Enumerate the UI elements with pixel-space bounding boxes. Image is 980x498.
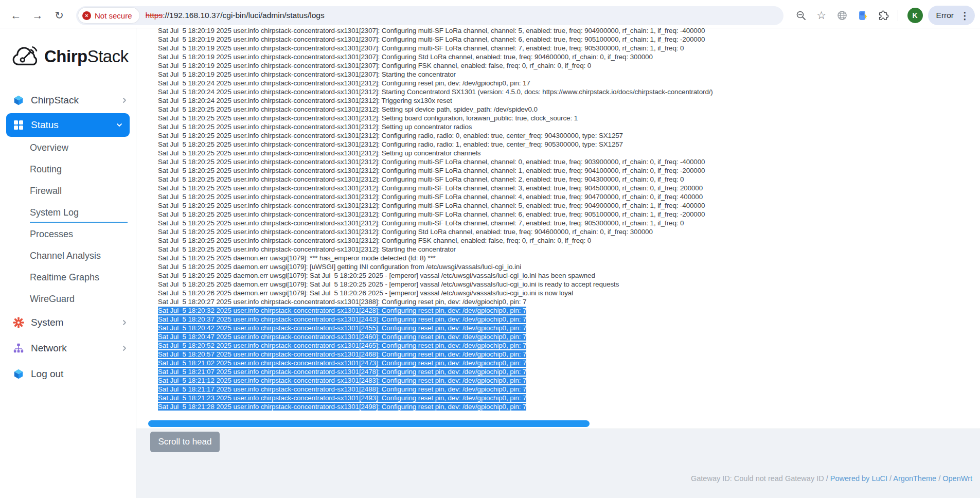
log-line: Sat Jul 5 18:20:25 2025 daemon.err uwsgi… — [158, 262, 713, 271]
robot-extension-icon[interactable] — [855, 8, 870, 23]
sidebar-item-status[interactable]: Status — [6, 113, 130, 137]
log-line: Sat Jul 5 18:21:23 2025 user.info chirps… — [158, 394, 713, 402]
log-line: Sat Jul 5 18:20:32 2025 user.info chirps… — [158, 306, 713, 315]
not-secure-chip[interactable]: × Not secure — [78, 8, 139, 23]
chevron-right-icon — [121, 97, 128, 103]
cube-icon — [12, 94, 25, 106]
log-line: Sat Jul 5 18:20:25 2025 user.info chirps… — [158, 131, 713, 140]
url-rest: ://192.168.10.37/cgi-bin/luci/admin/stat… — [163, 11, 325, 20]
browser-menu-icon[interactable]: ⋮ — [960, 10, 970, 22]
gateway-id-status: Gateway ID: Could not read Gateway ID — [691, 474, 824, 483]
log-line: Sat Jul 5 18:20:19 2025 user.info chirps… — [158, 35, 713, 44]
bookmark-star-icon[interactable]: ☆ — [814, 8, 829, 23]
log-line: Sat Jul 5 18:20:57 2025 user.info chirps… — [158, 350, 713, 359]
system-log[interactable]: Sat Jul 5 18:20:19 2025 user.info chirps… — [158, 28, 713, 411]
log-line: Sat Jul 5 18:21:12 2025 user.info chirps… — [158, 376, 713, 385]
log-line: Sat Jul 5 18:21:17 2025 user.info chirps… — [158, 385, 713, 394]
log-line: Sat Jul 5 18:20:25 2025 user.info chirps… — [158, 122, 713, 131]
log-line: Sat Jul 5 18:20:19 2025 user.info chirps… — [158, 44, 713, 52]
url-scheme-struck: https — [146, 11, 163, 20]
browser-toolbar: ← → ↻ × Not secure https://192.168.10.37… — [0, 0, 980, 28]
log-line: Sat Jul 5 18:20:25 2025 user.info chirps… — [158, 192, 713, 201]
zoom-out-icon[interactable] — [793, 8, 809, 23]
error-button[interactable]: Error ⋮ — [928, 6, 975, 25]
sidebar-item-system[interactable]: System — [0, 310, 136, 335]
log-line: Sat Jul 5 18:20:24 2025 user.info chirps… — [158, 96, 713, 105]
log-line: Sat Jul 5 18:20:25 2025 user.info chirps… — [158, 227, 713, 236]
bottom-zone: Scroll to head Gateway ID: Could not rea… — [136, 429, 980, 498]
log-line: Sat Jul 5 18:20:25 2025 user.info chirps… — [158, 184, 713, 192]
log-line: Sat Jul 5 18:20:25 2025 user.info chirps… — [158, 140, 713, 149]
chevron-right-icon — [121, 345, 128, 351]
cube-icon — [12, 368, 25, 380]
log-line: Sat Jul 5 18:20:19 2025 user.info chirps… — [158, 70, 713, 79]
not-secure-icon: × — [82, 11, 91, 20]
footer-link-luci[interactable]: Powered by LuCI — [830, 474, 887, 483]
brand-name: ChirpStack — [44, 47, 129, 66]
sidebar-item-network[interactable]: Network — [0, 335, 136, 361]
log-line: Sat Jul 5 18:20:47 2025 user.info chirps… — [158, 332, 713, 341]
log-line: Sat Jul 5 18:20:25 2025 daemon.err uwsgi… — [158, 280, 713, 289]
chirpstack-cloud-icon — [11, 45, 41, 68]
address-bar[interactable]: × Not secure https://192.168.10.37/cgi-b… — [76, 6, 783, 25]
log-line: Sat Jul 5 18:21:02 2025 user.info chirps… — [158, 359, 713, 367]
log-line: Sat Jul 5 18:20:37 2025 user.info chirps… — [158, 315, 713, 324]
sidebar-subitem[interactable]: Processes — [0, 223, 136, 245]
status-submenu: OverviewRoutingFirewallSystem LogProcess… — [0, 137, 136, 310]
sidebar-subitem[interactable]: Routing — [0, 158, 136, 180]
sidebar-subitem[interactable]: System Log — [0, 202, 136, 223]
sidebar-item-label: Log out — [31, 368, 128, 380]
log-line: Sat Jul 5 18:20:25 2025 user.info chirps… — [158, 219, 713, 227]
back-button[interactable]: ← — [7, 7, 25, 24]
chevron-right-icon — [121, 319, 128, 326]
error-label: Error — [936, 11, 954, 20]
log-line: Sat Jul 5 18:20:25 2025 user.info chirps… — [158, 210, 713, 219]
profile-avatar[interactable]: K — [907, 8, 923, 23]
gear-icon — [12, 316, 25, 329]
log-line: Sat Jul 5 18:20:25 2025 user.info chirps… — [158, 245, 713, 254]
log-line: Sat Jul 5 18:20:26 2025 daemon.err uwsgi… — [158, 289, 713, 297]
extensions-puzzle-icon[interactable] — [876, 8, 891, 23]
sidebar-item-chirpstack[interactable]: ChirpStack — [0, 87, 136, 113]
scroll-to-head-button[interactable]: Scroll to head — [150, 432, 220, 452]
toolbar-divider — [898, 10, 898, 21]
footer-link-openwrt[interactable]: OpenWrt — [942, 474, 972, 483]
log-line: Sat Jul 5 18:20:42 2025 user.info chirps… — [158, 324, 713, 332]
sidebar-subitem[interactable]: WireGuard — [0, 288, 136, 310]
log-line: Sat Jul 5 18:20:25 2025 user.info chirps… — [158, 114, 713, 122]
sidebar-subitem[interactable]: Overview — [0, 137, 136, 158]
sidebar-subitem[interactable]: Channel Analysis — [0, 245, 136, 266]
log-horizontal-scrollbar[interactable] — [148, 420, 590, 427]
url-text: https://192.168.10.37/cgi-bin/luci/admin… — [146, 11, 325, 20]
log-line: Sat Jul 5 18:20:25 2025 daemon.err uwsgi… — [158, 254, 713, 262]
sidebar-item-logout[interactable]: Log out — [0, 361, 136, 387]
refresh-button[interactable]: ↻ — [50, 7, 68, 24]
log-line: Sat Jul 5 18:20:24 2025 user.info chirps… — [158, 87, 713, 96]
log-line: Sat Jul 5 18:20:25 2025 user.info chirps… — [158, 166, 713, 175]
log-line: Sat Jul 5 18:20:25 2025 user.info chirps… — [158, 157, 713, 166]
log-line: Sat Jul 5 18:20:25 2025 user.info chirps… — [158, 201, 713, 210]
log-line: Sat Jul 5 18:20:19 2025 user.info chirps… — [158, 61, 713, 70]
chevron-down-icon — [116, 122, 122, 128]
browser-window: ← → ↻ × Not secure https://192.168.10.37… — [0, 0, 980, 498]
sidebar-item-label: ChirpStack — [31, 95, 121, 106]
sidebar-item-label: Status — [31, 119, 116, 131]
sidebar: ChirpStack ChirpStack Status — [0, 28, 136, 498]
log-line: Sat Jul 5 18:21:07 2025 user.info chirps… — [158, 367, 713, 376]
footer-link-argontheme[interactable]: ArgonTheme — [893, 474, 936, 483]
log-line: Sat Jul 5 18:20:52 2025 user.info chirps… — [158, 341, 713, 350]
log-line: Sat Jul 5 18:20:24 2025 user.info chirps… — [158, 79, 713, 87]
log-line: Sat Jul 5 18:20:25 2025 user.info chirps… — [158, 175, 713, 184]
log-line: Sat Jul 5 18:20:25 2025 user.info chirps… — [158, 149, 713, 157]
sidebar-subitem[interactable]: Firewall — [0, 180, 136, 202]
log-line: Sat Jul 5 18:20:25 2025 user.info chirps… — [158, 236, 713, 245]
network-icon — [12, 342, 25, 354]
globe-extension-icon[interactable] — [834, 8, 850, 23]
log-line: Sat Jul 5 18:20:25 2025 daemon.err uwsgi… — [158, 271, 713, 280]
forward-button[interactable]: → — [29, 7, 46, 24]
page-body: ChirpStack ChirpStack Status — [0, 28, 980, 498]
page-footer: Gateway ID: Could not read Gateway ID / … — [670, 466, 972, 491]
sidebar-subitem[interactable]: Realtime Graphs — [0, 266, 136, 288]
main-content: Sat Jul 5 18:20:19 2025 user.info chirps… — [136, 28, 980, 498]
sidebar-item-label: Network — [31, 343, 121, 354]
